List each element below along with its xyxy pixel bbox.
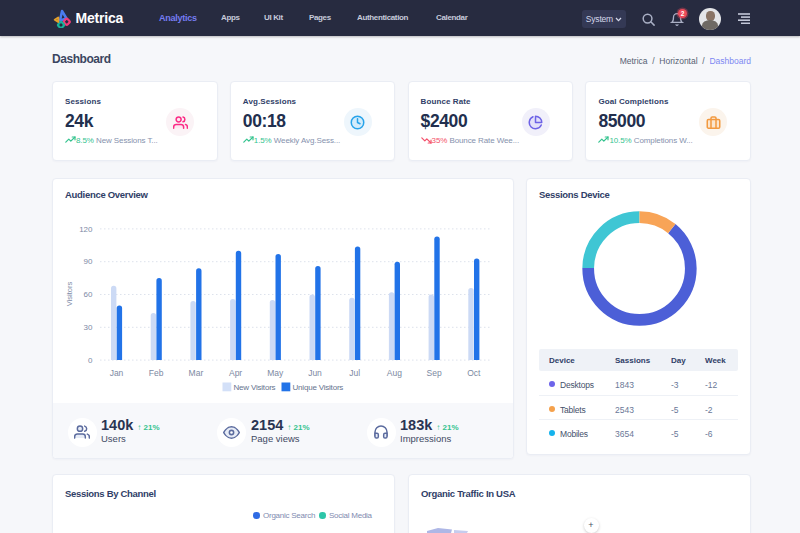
svg-text:60: 60 <box>84 290 93 299</box>
svg-text:May: May <box>267 367 284 377</box>
svg-text:Feb: Feb <box>149 367 164 377</box>
svg-text:120: 120 <box>79 224 93 233</box>
svg-text:Apr: Apr <box>229 367 242 377</box>
svg-text:New Visitors: New Visitors <box>234 383 276 392</box>
svg-text:Jun: Jun <box>308 367 322 377</box>
svg-text:0: 0 <box>88 355 93 364</box>
svg-text:Mar: Mar <box>189 367 204 377</box>
svg-text:Aug: Aug <box>387 367 402 377</box>
svg-text:Unique Visitors: Unique Visitors <box>293 383 344 392</box>
svg-text:Visitors: Visitors <box>65 281 74 306</box>
svg-text:Sep: Sep <box>427 367 442 377</box>
svg-text:Jul: Jul <box>349 367 360 377</box>
svg-text:Jan: Jan <box>110 367 124 377</box>
svg-text:Oct: Oct <box>467 367 481 377</box>
svg-text:30: 30 <box>84 323 93 332</box>
svg-text:90: 90 <box>84 257 93 266</box>
